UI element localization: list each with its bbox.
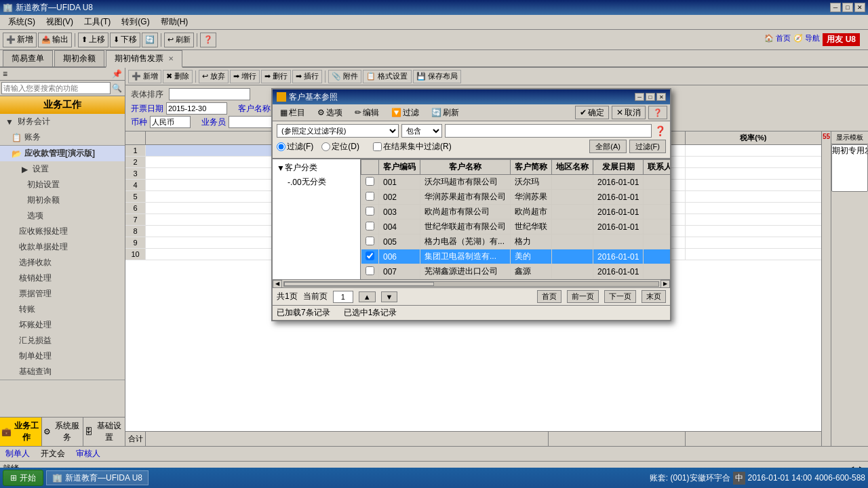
bottom-tab-basic[interactable]: 🗄 基础设置 xyxy=(83,418,125,446)
in-result-checkbox-input[interactable] xyxy=(373,142,382,151)
row-tax-4[interactable] xyxy=(686,180,821,190)
date-input[interactable] xyxy=(166,102,227,115)
row-sort-input[interactable] xyxy=(169,88,250,100)
dialog-filter-button[interactable]: 🔽 过滤 xyxy=(387,106,424,119)
save-layout-button[interactable]: 💾 保存布局 xyxy=(413,70,461,83)
move-up-button[interactable]: ⬆ 上移 xyxy=(78,33,108,47)
row-check-3[interactable] xyxy=(366,207,374,216)
row-check-6[interactable] xyxy=(366,251,374,260)
sidebar-search-input[interactable] xyxy=(1,82,111,94)
dialog-columns-button[interactable]: ▦ 栏目 xyxy=(275,106,310,119)
nav-transfer[interactable]: 转账 xyxy=(0,302,125,317)
row-tax-2[interactable] xyxy=(686,157,821,167)
first-page-button[interactable]: 首页 xyxy=(537,290,561,303)
row-tax-10[interactable] xyxy=(686,249,821,260)
dialog-edit-button[interactable]: ✏ 编辑 xyxy=(350,106,384,119)
minimize-button[interactable]: ─ xyxy=(830,3,841,12)
sidebar-toggle[interactable]: ≡ xyxy=(3,69,7,79)
nav-initial-balance[interactable]: 期初余额 xyxy=(0,192,125,208)
sidebar-pin[interactable]: 📌 xyxy=(112,69,122,79)
scroll-left-btn[interactable]: ◀ xyxy=(273,280,282,288)
nav-basic-query[interactable]: 基础查询 xyxy=(0,364,125,380)
tab-simple-query[interactable]: 简易查单 xyxy=(3,50,53,66)
row-tax-5[interactable] xyxy=(686,191,821,202)
tree-no-category[interactable]: -.00 无分类 xyxy=(274,175,359,189)
nav-receivable-item[interactable]: 📂 应收款管理[演示版] xyxy=(0,146,125,161)
nav-accounts-item[interactable]: 📋 账务 xyxy=(0,129,125,145)
list-item[interactable]: 005 格力电器（芜湖）有... 格力 xyxy=(361,235,671,249)
bottom-tab-business[interactable]: 💼 业务工作 xyxy=(0,418,42,446)
menu-view[interactable]: 视图(V) xyxy=(41,15,79,29)
tab-close-icon[interactable]: ✕ xyxy=(168,55,174,62)
tab-initial-sales[interactable]: 期初销售发票 ✕ xyxy=(106,50,182,68)
tab-initial-balance[interactable]: 期初余额 xyxy=(54,50,104,66)
filter-radio-input[interactable] xyxy=(277,142,285,151)
row-check-1[interactable] xyxy=(366,177,374,186)
export-button[interactable]: 📤 输出 xyxy=(38,33,72,47)
nav-voucher[interactable]: 制单处理 xyxy=(0,348,125,364)
filter-radio-locate[interactable]: 定位(D) xyxy=(321,141,359,152)
nav-bill-mgmt[interactable]: 票据管理 xyxy=(0,286,125,302)
dialog-refresh-button[interactable]: 🔄 刷新 xyxy=(427,106,464,119)
list-item[interactable]: 003 欧尚超市有限公司 欧尚超市 2016-01-01 xyxy=(361,205,671,220)
row-tax-6[interactable] xyxy=(686,203,821,214)
filter-in-result-checkbox[interactable]: 在结果集中过滤(R) xyxy=(373,141,452,152)
filter-all-button[interactable]: 全部(A) xyxy=(589,140,627,153)
dialog-options-button[interactable]: ⚙ 选项 xyxy=(313,106,347,119)
row-check-5[interactable] xyxy=(366,237,374,245)
row-check-7[interactable] xyxy=(366,266,374,275)
nav-payment-processing[interactable]: 收款单据处理 xyxy=(0,239,125,255)
format-button[interactable]: 📋 格式设置 xyxy=(363,70,411,83)
nav-link[interactable]: 🧭 导航 xyxy=(793,33,820,46)
nav-settings[interactable]: ▶ 设置 xyxy=(0,161,125,177)
close-button[interactable]: ✕ xyxy=(854,3,865,12)
row-check-4[interactable] xyxy=(366,222,374,230)
add-button[interactable]: ➕ 新增 xyxy=(3,33,37,47)
ins-row-button[interactable]: ➡ 插行 xyxy=(292,70,322,83)
template-option[interactable]: 期初专用发票显示才 xyxy=(832,145,867,157)
refresh-button[interactable]: 🔄 xyxy=(142,33,158,47)
maximize-button[interactable]: □ xyxy=(842,3,853,12)
filter-help-icon[interactable]: ❓ xyxy=(654,125,666,136)
menu-system[interactable]: 系统(S) xyxy=(3,15,41,29)
start-button[interactable]: ⊞ 开始 xyxy=(3,470,43,486)
filter-radio-filter[interactable]: 过滤(F) xyxy=(277,141,313,152)
row-tax-7[interactable] xyxy=(686,214,821,225)
nav-write-off[interactable]: 核销处理 xyxy=(0,270,125,286)
dialog-minimize-button[interactable]: ─ xyxy=(635,93,644,101)
row-tax-1[interactable] xyxy=(686,145,821,156)
menu-help[interactable]: 帮助(H) xyxy=(155,15,194,29)
scroll-thumb[interactable] xyxy=(284,282,434,286)
dialog-help-button[interactable]: ❓ xyxy=(648,106,667,119)
nav-exchange[interactable]: 汇兑损益 xyxy=(0,333,125,348)
row-tax-9[interactable] xyxy=(686,237,821,248)
currency-input[interactable] xyxy=(150,116,191,128)
scroll-track[interactable] xyxy=(283,281,659,287)
dialog-confirm-button[interactable]: ✔ 确定 xyxy=(575,106,609,119)
refresh2-button[interactable]: ↩ 刷新 xyxy=(164,33,194,47)
search-icon[interactable]: 🔍 xyxy=(111,83,123,93)
tree-root[interactable]: ▼ 客户分类 xyxy=(274,161,359,175)
page-input[interactable] xyxy=(333,291,353,303)
nav-initial-setup[interactable]: 初始设置 xyxy=(0,177,125,192)
scroll-right-btn[interactable]: ▶ xyxy=(660,280,670,288)
display-template-select[interactable]: 期初专用发票显示才 xyxy=(831,144,868,192)
dialog-cancel-button[interactable]: ✕ 取消 xyxy=(612,106,646,119)
filter-field-select[interactable]: (参照定义过滤字段) xyxy=(277,124,399,138)
attachment-button[interactable]: 📎 附件 xyxy=(328,70,361,83)
add-row-button[interactable]: ➕ 新增 xyxy=(128,70,161,83)
last-page-button[interactable]: 末页 xyxy=(642,290,666,303)
del-row-button[interactable]: ➡ 删行 xyxy=(261,70,291,83)
nav-financial[interactable]: ▼ 财务会计 xyxy=(0,114,125,129)
taskbar-app-item[interactable]: 🏢 新道教育—UFIDA U8 xyxy=(46,470,149,485)
row-check-2[interactable] xyxy=(366,192,374,201)
filter-condition-select[interactable]: 包含 xyxy=(401,124,442,138)
prev-page-button[interactable]: 前一页 xyxy=(567,290,599,303)
discard-button[interactable]: ↩ 放弃 xyxy=(199,70,229,83)
list-item[interactable]: 001 沃尔玛超市有限公司 沃尔玛 2016-01-01 xyxy=(361,175,671,190)
dialog-close-button[interactable]: ✕ xyxy=(656,93,666,101)
dialog-scrollbar[interactable]: ◀ ▶ xyxy=(273,279,670,287)
nav-receive-processing[interactable]: 应收账报处理 xyxy=(0,224,125,239)
row-tax-3[interactable] xyxy=(686,168,821,179)
filter-apply-button[interactable]: 过滤(F) xyxy=(629,140,666,153)
